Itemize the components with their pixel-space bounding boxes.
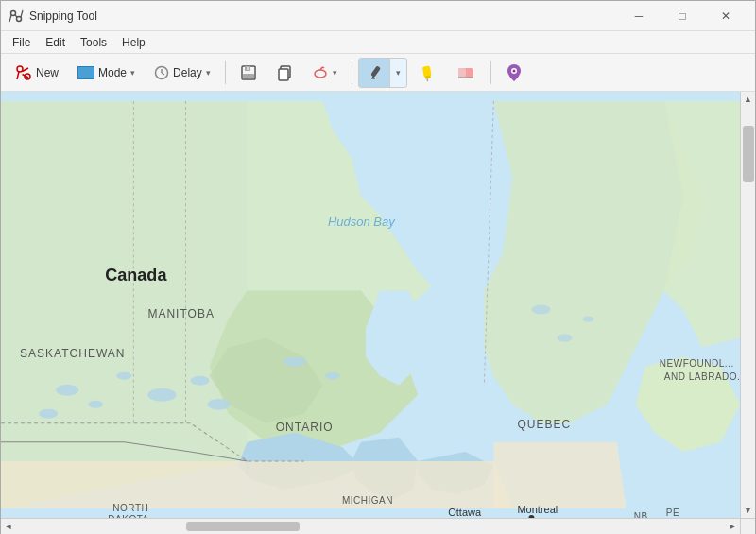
- map-container[interactable]: Canada Hudson Bay ONTARIO QUEBEC MANITOB…: [1, 92, 740, 518]
- highlighter-icon: [418, 63, 437, 82]
- svg-point-30: [512, 69, 515, 72]
- menu-file[interactable]: File: [5, 31, 38, 53]
- toolbar: New Mode ▾ Delay ▾: [1, 54, 755, 92]
- scroll-h-thumb[interactable]: [186, 522, 300, 531]
- app-icon: [9, 9, 24, 24]
- svg-point-48: [558, 335, 573, 342]
- svg-point-5: [17, 66, 23, 72]
- menu-edit[interactable]: Edit: [38, 31, 73, 53]
- new-label: New: [36, 66, 59, 79]
- separator-1: [225, 61, 226, 84]
- north-dakota-label-2: DAKOTA: [108, 514, 148, 518]
- svg-point-46: [325, 372, 340, 380]
- svg-point-0: [11, 10, 16, 15]
- svg-point-47: [531, 305, 550, 315]
- scroll-v-thumb[interactable]: [743, 126, 754, 182]
- menu-help[interactable]: Help: [114, 31, 153, 53]
- scroll-right-arrow[interactable]: ►: [725, 519, 740, 534]
- menu-tools[interactable]: Tools: [73, 31, 114, 53]
- michigan-label: MICHIGAN: [342, 495, 393, 506]
- svg-point-44: [116, 372, 131, 380]
- mode-dropdown-arrow: ▾: [130, 68, 135, 78]
- quebec-label: QUEBEC: [517, 418, 571, 431]
- highlighter-button[interactable]: [409, 58, 445, 88]
- pen-dropdown-button[interactable]: ▾: [390, 59, 406, 87]
- svg-rect-15: [243, 74, 254, 78]
- save-button[interactable]: [232, 58, 266, 88]
- hudson-bay-label: Hudson Bay: [328, 215, 396, 229]
- svg-point-1: [17, 16, 22, 21]
- scroll-h-track[interactable]: [16, 519, 725, 534]
- window-title: Snipping Tool: [29, 9, 617, 23]
- pen-button[interactable]: [359, 59, 390, 87]
- separator-2: [352, 61, 352, 84]
- minimize-button[interactable]: ─: [617, 1, 661, 31]
- map-svg: Canada Hudson Bay ONTARIO QUEBEC MANITOB…: [1, 92, 740, 518]
- save-icon: [240, 64, 257, 81]
- svg-line-4: [21, 10, 23, 17]
- svg-rect-18: [279, 69, 288, 80]
- eraser-button[interactable]: [447, 58, 485, 88]
- svg-point-38: [56, 385, 78, 396]
- pin-button[interactable]: [497, 58, 531, 88]
- eraser-icon: [455, 64, 476, 81]
- north-dakota-label-1: NORTH: [112, 503, 148, 513]
- pen-tool-group: ▾: [358, 58, 407, 88]
- svg-rect-27: [458, 68, 466, 78]
- content-area: Canada Hudson Bay ONTARIO QUEBEC MANITOB…: [1, 92, 755, 518]
- scroll-corner: [740, 519, 755, 534]
- svg-point-40: [39, 409, 58, 419]
- copy-button[interactable]: [267, 58, 301, 88]
- close-button[interactable]: ✕: [704, 1, 747, 31]
- svg-point-49: [583, 317, 594, 322]
- snipping-tool-window: Snipping Tool ─ □ ✕ File Edit Tools Help…: [0, 0, 756, 534]
- pe-label: PE: [666, 508, 679, 518]
- svg-rect-16: [247, 67, 249, 70]
- svg-rect-22: [371, 78, 375, 79]
- new-button[interactable]: New: [7, 58, 67, 88]
- svg-rect-20: [370, 65, 381, 78]
- delay-label: Delay: [173, 66, 202, 79]
- scroll-up-arrow[interactable]: ▲: [741, 92, 756, 107]
- svg-point-42: [191, 376, 210, 386]
- scroll-left-arrow[interactable]: ◄: [1, 519, 16, 534]
- svg-line-2: [15, 15, 17, 17]
- vertical-scrollbar[interactable]: ▲ ▼: [740, 92, 755, 518]
- bottom-bar: ◄ ►: [1, 518, 755, 533]
- separator-3: [490, 61, 491, 84]
- mode-label: Mode: [98, 66, 127, 79]
- nb-label: NB: [634, 511, 648, 518]
- window-controls: ─ □ ✕: [617, 1, 747, 31]
- svg-line-9: [17, 71, 19, 79]
- lasso-dropdown-arrow: ▾: [333, 68, 337, 78]
- pin-icon: [506, 62, 523, 83]
- svg-line-12: [162, 73, 164, 75]
- svg-point-41: [147, 388, 176, 402]
- svg-point-39: [88, 401, 103, 408]
- title-bar: Snipping Tool ─ □ ✕: [1, 1, 755, 31]
- scissors-icon: [15, 64, 32, 81]
- delay-dropdown-arrow: ▾: [206, 68, 211, 78]
- svg-line-25: [427, 78, 428, 81]
- delay-button[interactable]: Delay ▾: [146, 58, 219, 88]
- mode-button[interactable]: Mode ▾: [69, 58, 144, 88]
- copy-icon: [276, 64, 293, 81]
- maximize-button[interactable]: □: [661, 1, 704, 31]
- svg-point-45: [284, 357, 306, 367]
- mode-icon: [77, 66, 94, 79]
- ottawa-label: Ottawa: [448, 507, 482, 518]
- clock-icon: [154, 65, 169, 80]
- manitoba-label: MANITOBA: [147, 307, 215, 320]
- svg-point-43: [208, 399, 231, 410]
- scroll-down-arrow[interactable]: ▼: [741, 503, 756, 518]
- lasso-icon: [312, 64, 329, 81]
- scroll-v-track[interactable]: [743, 107, 754, 503]
- montreal-label: Montreal: [517, 504, 558, 515]
- lasso-button[interactable]: ▾: [303, 58, 346, 88]
- menu-bar: File Edit Tools Help: [1, 31, 755, 54]
- pen-icon: [365, 63, 384, 82]
- horizontal-scrollbar[interactable]: ◄ ►: [1, 519, 740, 534]
- ontario-label: ONTARIO: [276, 421, 334, 434]
- newfoundland-label-2: AND LABRADO...: [664, 371, 740, 382]
- saskatchewan-label: SASKATCHEWAN: [20, 347, 126, 360]
